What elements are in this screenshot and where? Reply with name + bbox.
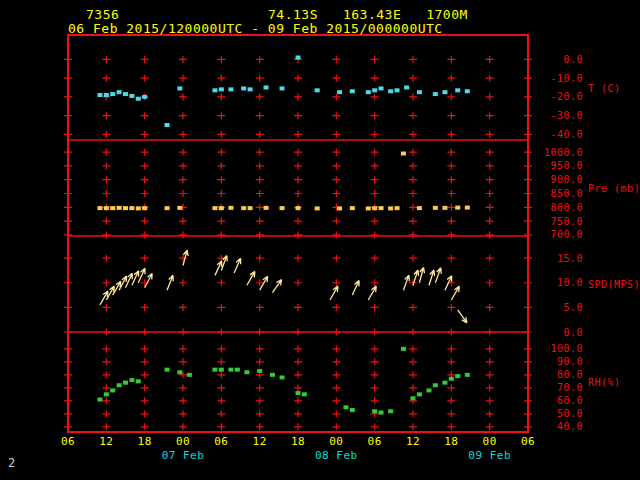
data-point — [235, 368, 240, 372]
data-point — [136, 206, 141, 210]
data-point — [228, 368, 233, 372]
data-point — [123, 206, 128, 210]
data-point — [455, 88, 460, 92]
data-point — [388, 409, 393, 413]
data-point — [337, 90, 342, 94]
data-point — [417, 392, 422, 396]
svg-text:950.0: 950.0 — [550, 160, 583, 171]
data-point — [129, 378, 134, 382]
chart-svg: 0.0-10.0-20.0-30.0-40.0T (C)1000.0950.09… — [0, 0, 640, 480]
data-point — [129, 206, 134, 210]
data-point — [117, 206, 122, 210]
wind-arrow — [435, 268, 441, 283]
wind-arrow — [419, 267, 424, 282]
data-point — [379, 206, 384, 210]
svg-text:12: 12 — [406, 435, 420, 448]
data-point — [104, 93, 109, 97]
hour-labels: 06121800061218000612180006 — [61, 435, 535, 448]
panel-label-temperature: T (C) — [588, 83, 621, 94]
data-point — [264, 86, 269, 90]
svg-text:00: 00 — [483, 435, 497, 448]
data-point — [104, 206, 109, 210]
data-point — [177, 86, 182, 90]
data-point — [123, 381, 128, 385]
svg-text:-30.0: -30.0 — [550, 110, 583, 121]
svg-text:800.0: 800.0 — [550, 202, 583, 213]
ylabels-humidity: 100.090.080.070.060.050.040.0 — [550, 343, 583, 432]
data-point — [165, 123, 170, 127]
ylabels-pressure: 1000.0950.0900.0850.0800.0750.0700.0 — [544, 147, 583, 241]
data-point — [315, 206, 320, 210]
svg-text:1000.0: 1000.0 — [544, 147, 583, 158]
ticks-wind_speed — [64, 255, 532, 336]
svg-text:10.0: 10.0 — [557, 277, 583, 288]
wind-arrow — [403, 275, 409, 290]
data-point — [142, 95, 147, 99]
data-point — [97, 93, 102, 97]
data-point — [219, 206, 224, 210]
svg-text:09 Feb: 09 Feb — [468, 449, 511, 462]
data-point — [395, 88, 400, 92]
data-point — [280, 375, 285, 379]
svg-text:RH(%): RH(%) — [588, 377, 621, 388]
svg-text:18: 18 — [444, 435, 458, 448]
data-point — [136, 97, 141, 101]
wind-arrow — [272, 280, 281, 293]
data-point — [366, 206, 371, 210]
data-point — [442, 90, 447, 94]
data-point — [177, 206, 182, 210]
data-point — [142, 206, 147, 210]
data-point — [110, 206, 115, 210]
data-point — [97, 206, 102, 210]
svg-text:90.0: 90.0 — [557, 356, 583, 367]
panel-label-pressure: Pre (mb) — [588, 183, 640, 194]
data-point — [177, 370, 182, 374]
svg-text:850.0: 850.0 — [550, 188, 583, 199]
data-point — [388, 206, 393, 210]
svg-text:06: 06 — [521, 435, 535, 448]
wind-arrow — [352, 281, 359, 296]
data-point — [337, 206, 342, 210]
data-point — [296, 391, 301, 395]
svg-text:08 Feb: 08 Feb — [315, 449, 358, 462]
wind-arrow — [429, 270, 435, 285]
data-point — [270, 373, 275, 377]
data-point — [241, 206, 246, 210]
data-point — [366, 90, 371, 94]
ticks-pressure — [64, 149, 532, 239]
svg-text:700.0: 700.0 — [550, 229, 583, 240]
data-point — [104, 392, 109, 396]
data-point — [433, 383, 438, 387]
data-point — [296, 56, 301, 60]
wind-arrow — [368, 286, 376, 300]
data-point — [350, 89, 355, 93]
svg-text:70.0: 70.0 — [557, 382, 583, 393]
svg-text:07 Feb: 07 Feb — [162, 449, 205, 462]
wind-arrow — [247, 271, 255, 285]
data-point — [315, 88, 320, 92]
wind-arrow — [215, 261, 222, 276]
data-point — [212, 368, 217, 372]
data-point — [350, 408, 355, 412]
svg-text:18: 18 — [291, 435, 305, 448]
wind-arrow — [145, 274, 153, 288]
data-point — [401, 152, 406, 156]
svg-text:60.0: 60.0 — [557, 395, 583, 406]
svg-text:5.0: 5.0 — [563, 302, 583, 313]
ticks-humidity — [64, 345, 532, 430]
svg-text:00: 00 — [329, 435, 343, 448]
data-point — [442, 381, 447, 385]
svg-text:SPD(MPS): SPD(MPS) — [588, 279, 640, 290]
data-point — [433, 206, 438, 210]
svg-text:15.0: 15.0 — [557, 253, 583, 264]
data-point — [212, 88, 217, 92]
station-id: 7356 — [86, 8, 119, 22]
data-point — [404, 86, 409, 90]
data-point — [411, 396, 416, 400]
data-point — [228, 87, 233, 91]
data-point — [219, 368, 224, 372]
data-point — [129, 94, 134, 98]
data-point — [455, 374, 460, 378]
data-point — [372, 88, 377, 92]
data-point — [110, 388, 115, 392]
